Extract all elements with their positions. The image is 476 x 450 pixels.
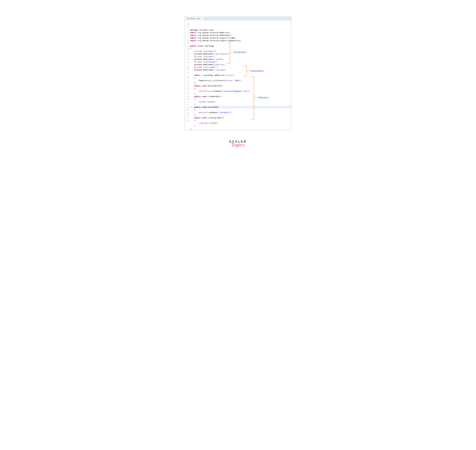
line-number: ;3 — [185, 106, 189, 108]
code-line[interactable]: import org.openqa.selenium.support.PageF… — [190, 39, 291, 42]
code-line[interactable]: private WebElement emailIDField; — [190, 53, 291, 55]
code-line[interactable]: { — [190, 108, 291, 111]
line-number: ;4− — [185, 108, 189, 111]
fold-toggle-icon[interactable]: − — [187, 109, 189, 111]
code-line[interactable]: import org.openqa.selenium.WebElement; — [190, 34, 291, 36]
code-line[interactable]: } — [190, 103, 291, 106]
line-number: ;6 — [185, 114, 189, 117]
fold-toggle-icon[interactable]: − — [187, 59, 189, 60]
fold-toggle-icon[interactable]: − — [187, 88, 189, 89]
line-number: .7 — [185, 63, 189, 66]
code-line[interactable]: public void enterEmailID() — [190, 84, 291, 87]
line-number: ;8 — [185, 119, 189, 122]
code-line[interactable]: emailIDField.sendKeys("testmail283@gmail… — [190, 90, 291, 93]
brand-subtitle: Topics — [224, 142, 252, 148]
code-line[interactable]: { — [190, 47, 291, 50]
fold-toggle-icon[interactable]: − — [187, 66, 189, 68]
code-line[interactable]: pwdField.sendKeys("test@123"); — [190, 111, 291, 114]
code-line[interactable]: public LoginPage (WebDriver driver) — [190, 74, 291, 77]
brand-logo: SCALER Topics — [224, 140, 252, 148]
line-number: :0 — [185, 71, 189, 74]
line-number: ;2 — [185, 103, 189, 106]
line-number: 5 — [185, 31, 189, 34]
code-line[interactable]: private WebElement pwdField; — [190, 63, 291, 66]
fold-toggle-icon[interactable]: − — [187, 24, 189, 25]
line-number: .0 — [185, 45, 189, 47]
code-line[interactable]: signinBtn.click(); — [190, 122, 291, 124]
code-line[interactable]: public class LoginPage — [190, 45, 291, 47]
line-number: 1 — [185, 21, 189, 23]
code-line[interactable]: private WebElement nextBtn; — [190, 58, 291, 60]
line-number: :2− — [185, 77, 189, 79]
code-line[interactable]: } — [190, 124, 291, 127]
line-number: .9 — [185, 69, 189, 71]
line-number: .2 — [185, 50, 189, 53]
line-number: ;0− — [185, 98, 189, 101]
code-line[interactable] — [190, 42, 291, 45]
code-line[interactable]: public void enterPwd() — [190, 106, 291, 108]
code-line[interactable]: @FindBy (id="next") — [190, 55, 291, 58]
line-number: 6 — [185, 34, 189, 36]
close-icon[interactable]: ⨯ — [202, 18, 203, 19]
line-number: :4 — [185, 82, 189, 84]
code-line[interactable]: @FindBy (id="Email") — [190, 50, 291, 53]
fold-toggle-icon[interactable]: − — [187, 48, 189, 49]
code-line[interactable]: private WebElement signinBtn; — [190, 69, 291, 71]
fold-toggle-icon[interactable]: − — [187, 77, 189, 79]
line-number: 4 — [185, 29, 189, 31]
line-number: .4 — [185, 55, 189, 58]
line-number: 8 — [185, 39, 189, 42]
code-line[interactable]: } — [190, 127, 291, 130]
editor-tab[interactable]: LoginPage.java ⨯ — [185, 17, 204, 20]
line-number: .8− — [185, 66, 189, 69]
editor-tab-label: LoginPage.java — [186, 18, 200, 19]
line-number: .6 — [185, 60, 189, 63]
code-line[interactable]: @FindBy (id="Passwd") — [190, 60, 291, 63]
line-number: 3 — [185, 26, 189, 29]
code-line[interactable]: package com.gmail.pom; — [190, 29, 291, 31]
line-number: :7 — [185, 90, 189, 93]
code-line[interactable]: } — [190, 93, 291, 95]
ide-frame: LoginPage.java ⨯ 12−3456789−.0.1−.2.3−.4… — [185, 17, 291, 130]
code-line[interactable]: @FindBy (id="signIn") — [190, 66, 291, 69]
line-number: .3− — [185, 53, 189, 55]
code-line[interactable]: nextBtn.click(); — [190, 101, 291, 103]
code-line[interactable]: PageFactory.initElements(driver, this); — [190, 79, 291, 82]
line-number: ;1 — [185, 101, 189, 103]
line-number: .1− — [185, 47, 189, 50]
line-number: ;7 — [185, 117, 189, 119]
code-line[interactable]: } — [190, 82, 291, 84]
code-line[interactable]: { — [190, 119, 291, 122]
code-line[interactable]: } — [190, 114, 291, 117]
line-number: ;5 — [185, 111, 189, 114]
line-number-gutter: 12−3456789−.0.1−.2.3−.4.5−.6.7.8−.9:0:1:… — [185, 20, 189, 130]
line-number: :8 — [185, 93, 189, 95]
line-number: 9− — [185, 42, 189, 45]
line-number: 2− — [185, 23, 189, 26]
code-area: 12−3456789−.0.1−.2.3−.4.5−.6.7.8−.9:0:1:… — [185, 20, 291, 130]
line-number: :5 — [185, 84, 189, 87]
code-line[interactable]: public void clckSigninBtn() — [190, 117, 291, 119]
code-line[interactable]: { — [190, 98, 291, 101]
code-line[interactable]: { — [190, 77, 291, 79]
code-line[interactable]: { — [190, 87, 291, 90]
fold-toggle-icon[interactable]: − — [187, 53, 189, 55]
fold-toggle-icon[interactable]: − — [187, 42, 189, 44]
line-number: 7 — [185, 36, 189, 39]
code-line[interactable]: public void clckNextBtn() — [190, 95, 291, 98]
line-number: :9 — [185, 95, 189, 98]
code-line[interactable]: import org.openqa.selenium.support.FindB… — [190, 36, 291, 39]
line-number: .5− — [185, 58, 189, 60]
code-line[interactable] — [190, 71, 291, 74]
line-number: :6− — [185, 87, 189, 90]
line-number: :1 — [185, 74, 189, 77]
code-line[interactable]: import org.openqa.selenium.WebDriver; — [190, 31, 291, 34]
editor-tab-bar: LoginPage.java ⨯ — [185, 17, 291, 20]
line-number: :3 — [185, 79, 189, 82]
fold-toggle-icon[interactable]: − — [187, 98, 189, 100]
code-content[interactable]: DeclarationInitializationUtilization pac… — [189, 20, 291, 130]
